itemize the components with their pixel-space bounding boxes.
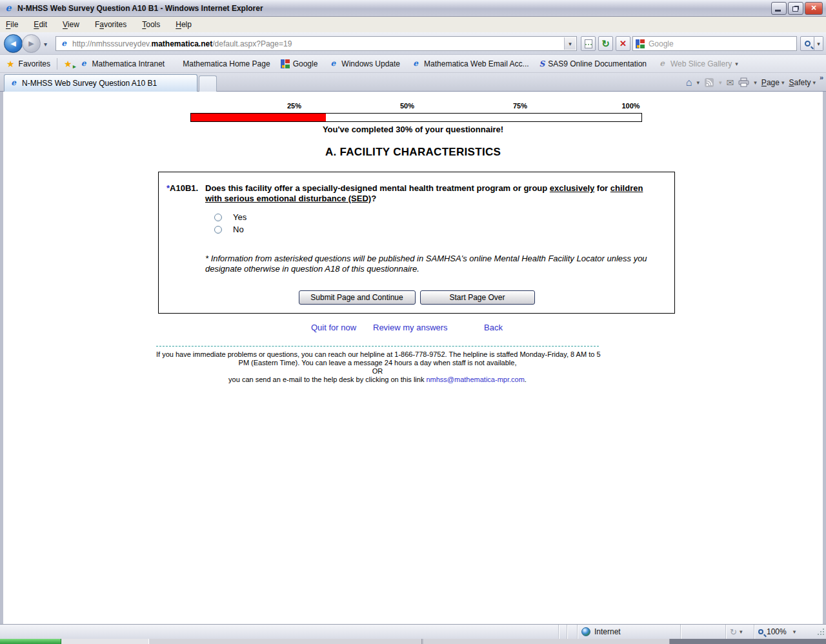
menu-bar: File Edit View Favorites Tools Help [0, 17, 826, 32]
favorites-star-icon: ★ [6, 59, 15, 69]
menu-item-tools[interactable]: Tools [142, 20, 160, 29]
search-placeholder: Google [649, 39, 674, 48]
favorites-button[interactable]: Favorites [19, 59, 50, 68]
print-button[interactable] [738, 77, 749, 87]
restore-icon [792, 6, 798, 12]
chevron-down-icon: ▾ [44, 41, 47, 48]
progress-tick-25: 25% [287, 102, 301, 110]
menu-item-edit[interactable]: Edit [34, 20, 47, 29]
minimize-button[interactable] [771, 2, 787, 15]
add-favorite-star-icon: ★ [64, 59, 72, 69]
refresh-button[interactable]: ↻ [598, 36, 613, 51]
minimize-icon [775, 10, 781, 12]
new-tab-stub[interactable] [199, 75, 217, 92]
add-favorite-arrow-icon: ▸ [73, 63, 76, 70]
progress-tick-75: 75% [513, 102, 527, 110]
favorite-link-mathematica-intranet[interactable]: eMathematica Intranet [78, 59, 165, 69]
search-input[interactable]: Google [632, 36, 797, 51]
ie-logo-icon: e [3, 3, 14, 14]
page-icon: e [59, 39, 69, 49]
search-options-dropdown[interactable]: ▾ [814, 36, 823, 51]
option-yes[interactable]: Yes [214, 212, 247, 222]
progress-bar [190, 113, 642, 122]
back-button[interactable]: ◀ [4, 34, 23, 53]
taskbar-tray-area [670, 639, 826, 644]
compatibility-view-button[interactable] [581, 36, 596, 51]
radio-yes[interactable] [214, 214, 222, 221]
tab-favicon: e [8, 78, 19, 88]
progress-bar-fill [191, 114, 326, 121]
quit-for-now-link[interactable]: Quit for now [311, 323, 356, 332]
address-dropdown-button[interactable]: ▾ [564, 37, 576, 50]
close-icon: ✕ [811, 4, 816, 12]
ie-page-icon: e [328, 59, 338, 69]
menu-item-view[interactable]: View [63, 20, 79, 29]
helpline-line3: you can send an e-mail to the help desk … [156, 376, 599, 384]
history-dropdown[interactable]: ▾ [44, 41, 47, 48]
print-dropdown[interactable]: ▾ [754, 79, 757, 86]
ie-page-icon: e [410, 59, 421, 69]
page-content: 25% 50% 75% 100% You've completed 30% of… [0, 92, 826, 624]
favorite-link-mathematica-web-email[interactable]: eMathematica Web Email Acc... [410, 59, 529, 69]
status-cell-empty [567, 625, 577, 639]
taskbar-window-button[interactable] [148, 639, 422, 644]
menu-item-favorites[interactable]: Favorites [95, 20, 126, 29]
more-toolbar-chevron[interactable]: » [820, 74, 823, 81]
search-button[interactable] [800, 36, 814, 51]
url-text: http://nmhsssurveydev.mathematica.net/de… [72, 39, 292, 48]
question-number: *A10B1. [166, 183, 198, 193]
ie-page-icon: e [78, 59, 88, 69]
back-link[interactable]: Back [484, 323, 503, 332]
tab-active[interactable]: e N-MHSS Web Survey Question A10 B1 [4, 74, 197, 92]
feeds-dropdown[interactable]: ▾ [719, 79, 722, 86]
status-bar: Internet ↻ ▾ 100% ▾ [0, 624, 826, 639]
submit-page-button[interactable]: Submit Page and Continue [299, 290, 416, 305]
favorites-bar: ★ Favorites ★▸ eMathematica Intranet Mat… [0, 55, 826, 73]
favorite-link-sas9-documentation[interactable]: SSAS9 Online Documentation [539, 59, 647, 68]
menu-item-help[interactable]: Help [176, 20, 192, 29]
internet-globe-icon [581, 627, 590, 636]
taskbar-window-button[interactable] [423, 639, 670, 644]
feeds-button[interactable] [704, 77, 714, 88]
chevron-down-icon: ▾ [781, 79, 785, 86]
refresh-icon: ↻ [601, 38, 610, 50]
status-cell-empty [558, 625, 567, 639]
google-logo-icon [281, 59, 290, 68]
compatibility-view-icon [585, 39, 592, 48]
close-button[interactable]: ✕ [805, 2, 823, 15]
home-button[interactable]: ⌂ [686, 77, 692, 88]
back-icon: ◀ [10, 39, 15, 48]
mail-button[interactable]: ✉ [727, 77, 734, 88]
favorite-link-web-slice-gallery[interactable]: eWeb Slice Gallery▾ [657, 59, 738, 69]
favorite-link-windows-update[interactable]: eWindows Update [328, 59, 400, 69]
add-favorite-button[interactable]: ★▸ [64, 59, 72, 69]
menu-item-file[interactable]: File [6, 20, 18, 29]
review-my-answers-link[interactable]: Review my answers [373, 323, 448, 332]
zoom-control[interactable]: 100% ▾ [754, 625, 813, 639]
helpline-line2: PM (Eastern Time). You can leave a messa… [156, 359, 599, 367]
address-input[interactable]: e http://nmhsssurveydev.mathematica.net/… [55, 36, 577, 51]
restore-button[interactable] [788, 2, 803, 15]
start-button[interactable] [0, 639, 61, 644]
resize-grip[interactable] [817, 628, 825, 636]
question-box: *A10B1. Does this facility offer a speci… [158, 172, 675, 314]
radio-no[interactable] [214, 226, 222, 234]
safety-menu-button[interactable]: Safety▾ [789, 78, 816, 87]
chevron-down-icon: ▾ [735, 61, 738, 67]
security-zone: Internet [577, 625, 680, 639]
option-no[interactable]: No [214, 225, 244, 234]
favorite-link-google[interactable]: Google [281, 59, 318, 68]
home-dropdown[interactable]: ▾ [697, 79, 700, 86]
home-icon: ⌂ [686, 77, 692, 88]
section-title: A. FACILITY CHARACTERISTICS [3, 146, 823, 159]
page-menu-button[interactable]: Page▾ [761, 78, 785, 87]
help-desk-email-link[interactable]: nmhss@mathematica-mpr.com [426, 376, 524, 383]
start-page-over-button[interactable]: Start Page Over [420, 290, 535, 305]
title-bar: e N-MHSS Web Survey Question A10 B1 - Wi… [0, 0, 826, 17]
favorite-link-mathematica-home-page[interactable]: Mathematica Home Page [183, 59, 270, 68]
progress-tick-labels: 25% 50% 75% 100% [190, 102, 642, 111]
protected-mode-button[interactable]: ↻ ▾ [725, 625, 754, 639]
forward-button[interactable]: ▶ [22, 34, 41, 53]
mail-icon: ✉ [727, 77, 734, 88]
stop-button[interactable]: ✕ [616, 36, 630, 51]
